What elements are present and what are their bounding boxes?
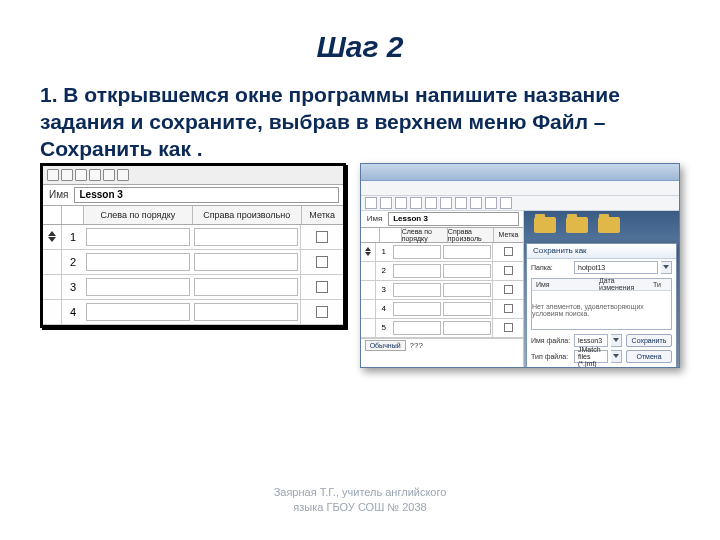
toolbar-icon[interactable] bbox=[395, 197, 407, 209]
row-number: 4 bbox=[375, 300, 392, 318]
checkbox[interactable] bbox=[504, 266, 513, 275]
row-spinner[interactable] bbox=[43, 250, 61, 274]
cell-right[interactable] bbox=[194, 278, 298, 296]
table-row: 4 bbox=[361, 300, 523, 319]
chevron-down-icon[interactable] bbox=[661, 261, 672, 274]
row-spinner[interactable] bbox=[43, 225, 61, 249]
cell-right[interactable] bbox=[443, 283, 491, 297]
row-spinner[interactable] bbox=[361, 262, 375, 280]
col-mark-header: Метка bbox=[301, 206, 343, 224]
footer-line1: Заярная Т.Г., учитель английского bbox=[0, 485, 720, 499]
cancel-button[interactable]: Отмена bbox=[626, 350, 672, 363]
toolbar-icon[interactable] bbox=[117, 169, 129, 181]
footer-line2: языка ГБОУ СОШ № 2038 bbox=[0, 500, 720, 514]
row-spinner[interactable] bbox=[361, 281, 375, 299]
mark-cell bbox=[492, 300, 523, 318]
toolbar-icon[interactable] bbox=[455, 197, 467, 209]
cell-left[interactable] bbox=[86, 228, 190, 246]
row-spinner[interactable] bbox=[361, 319, 375, 337]
checkbox[interactable] bbox=[504, 304, 513, 313]
toolbar-icon[interactable] bbox=[75, 169, 87, 181]
chevron-up-icon[interactable] bbox=[48, 231, 56, 236]
cell-left[interactable] bbox=[393, 264, 441, 278]
row-spinner[interactable] bbox=[361, 300, 375, 318]
row-number: 3 bbox=[61, 275, 84, 299]
sd-title: Сохранить как bbox=[527, 244, 676, 259]
checkbox[interactable] bbox=[504, 323, 513, 332]
col-left-header: Слева по порядку bbox=[83, 206, 192, 224]
row-spinner[interactable] bbox=[43, 300, 61, 324]
cell-left[interactable] bbox=[86, 278, 190, 296]
checkbox[interactable] bbox=[504, 247, 513, 256]
cell-right[interactable] bbox=[194, 303, 298, 321]
desktop-folders bbox=[524, 211, 679, 233]
mark-cell bbox=[492, 281, 523, 299]
sd-col-name[interactable]: Имя bbox=[532, 281, 595, 288]
folder-icon[interactable] bbox=[598, 217, 620, 233]
table-row: 1 bbox=[43, 225, 343, 250]
folder-icon[interactable] bbox=[534, 217, 556, 233]
lw-title-input[interactable]: Lesson 3 bbox=[74, 187, 338, 203]
chevron-down-icon[interactable] bbox=[611, 334, 622, 347]
toolbar-icon[interactable] bbox=[410, 197, 422, 209]
col-right-header: Справа произвольно bbox=[192, 206, 301, 224]
spinner-col bbox=[43, 206, 61, 224]
toolbar-icon[interactable] bbox=[485, 197, 497, 209]
table-row: 4 bbox=[43, 300, 343, 325]
save-as-dialog: Сохранить как Папка: hotpot13 Имя Дата и… bbox=[526, 243, 677, 368]
cell-right[interactable] bbox=[443, 245, 491, 259]
spinner-col bbox=[361, 228, 379, 242]
toolbar-icon[interactable] bbox=[47, 169, 59, 181]
folder-icon[interactable] bbox=[566, 217, 588, 233]
sd-folder-field[interactable]: hotpot13 bbox=[574, 261, 658, 274]
checkbox[interactable] bbox=[316, 306, 328, 318]
cell-right[interactable] bbox=[194, 253, 298, 271]
toolbar-icon[interactable] bbox=[89, 169, 101, 181]
cell-left[interactable] bbox=[393, 245, 441, 259]
toolbar-icon[interactable] bbox=[440, 197, 452, 209]
chevron-down-icon[interactable] bbox=[365, 252, 371, 256]
sd-bottom-right: Сохранить Отмена bbox=[626, 334, 672, 363]
cell-left[interactable] bbox=[393, 283, 441, 297]
chevron-up-icon[interactable] bbox=[365, 247, 371, 251]
cell-right[interactable] bbox=[443, 264, 491, 278]
toolbar-icon[interactable] bbox=[380, 197, 392, 209]
row-number: 3 bbox=[375, 281, 392, 299]
cell-left[interactable] bbox=[86, 303, 190, 321]
lw-toolbar bbox=[43, 166, 343, 185]
chevron-down-icon[interactable] bbox=[611, 350, 622, 363]
chevron-down-icon[interactable] bbox=[48, 237, 56, 242]
rw-view-mode-button[interactable]: Обычный bbox=[365, 340, 406, 351]
sd-col-date[interactable]: Дата изменения bbox=[595, 277, 649, 291]
checkbox[interactable] bbox=[316, 231, 328, 243]
row-spinner[interactable] bbox=[361, 243, 375, 261]
cell-left[interactable] bbox=[86, 253, 190, 271]
rw-titlebar bbox=[361, 164, 679, 181]
cell-right[interactable] bbox=[443, 321, 491, 335]
row-number: 1 bbox=[375, 243, 392, 261]
sd-file-list[interactable]: Имя Дата изменения Ти Нет элементов, удо… bbox=[531, 278, 672, 330]
cell-left[interactable] bbox=[393, 321, 441, 335]
cell-left[interactable] bbox=[393, 302, 441, 316]
checkbox[interactable] bbox=[504, 285, 513, 294]
toolbar-icon[interactable] bbox=[500, 197, 512, 209]
checkbox[interactable] bbox=[316, 281, 328, 293]
sd-col-type[interactable]: Ти bbox=[649, 281, 671, 288]
rw-title-input[interactable]: Lesson 3 bbox=[388, 212, 519, 226]
save-button[interactable]: Сохранить bbox=[626, 334, 672, 347]
mark-cell bbox=[300, 225, 343, 249]
toolbar-icon[interactable] bbox=[365, 197, 377, 209]
cell-right[interactable] bbox=[443, 302, 491, 316]
cell-right[interactable] bbox=[194, 228, 298, 246]
row-spinner[interactable] bbox=[43, 275, 61, 299]
sd-bottom: Имя файла: lesson3 Тип файла: JMatch fil… bbox=[527, 332, 676, 367]
checkbox[interactable] bbox=[316, 256, 328, 268]
toolbar-icon[interactable] bbox=[425, 197, 437, 209]
sd-empty-text: Нет элементов, удовлетворяющих условиям … bbox=[532, 291, 671, 329]
lw-name-label: Имя bbox=[43, 189, 74, 200]
sd-filetype-select[interactable]: JMatch files (*.jmt) bbox=[574, 350, 608, 363]
toolbar-icon[interactable] bbox=[61, 169, 73, 181]
mark-cell bbox=[300, 250, 343, 274]
toolbar-icon[interactable] bbox=[470, 197, 482, 209]
toolbar-icon[interactable] bbox=[103, 169, 115, 181]
